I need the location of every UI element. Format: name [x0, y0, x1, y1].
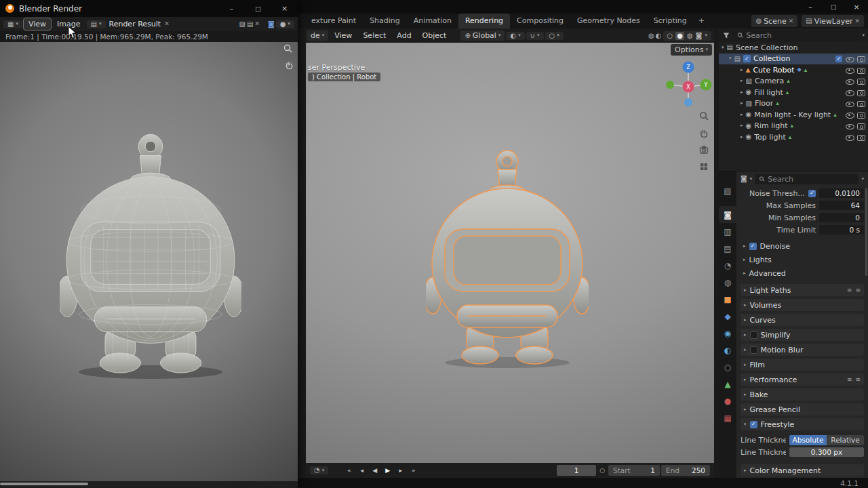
- presets-icon[interactable]: ≡: [847, 377, 852, 383]
- 3d-viewport[interactable]: Options ▾ ser Perspective ) Collection |…: [306, 43, 714, 463]
- hide-eye-icon[interactable]: [845, 77, 854, 85]
- expand-icon[interactable]: ▸: [741, 79, 743, 83]
- hide-eye-icon[interactable]: [845, 110, 854, 119]
- film-panel[interactable]: ▸ Film: [741, 359, 864, 371]
- extras-icon[interactable]: ≡: [855, 377, 861, 383]
- properties-search-input[interactable]: [768, 175, 854, 184]
- outliner-item-rim-light[interactable]: ▸ ◉ Rim light ▴: [719, 121, 868, 132]
- hide-eye-icon[interactable]: [845, 54, 854, 63]
- motion-blur-checkbox[interactable]: ✓: [750, 346, 757, 354]
- hide-eye-icon[interactable]: [845, 99, 854, 108]
- hide-eye-icon[interactable]: [845, 66, 854, 75]
- relative-button[interactable]: Relative: [827, 435, 864, 445]
- line-thickness-value[interactable]: 0.300 px: [789, 447, 864, 457]
- collection-selectable-checkbox[interactable]: ✓: [835, 56, 842, 62]
- freestyle-checkbox[interactable]: ✓: [750, 421, 757, 428]
- xray-toggle[interactable]: ◐: [656, 33, 662, 39]
- expand-icon[interactable]: ▾: [722, 45, 724, 50]
- minimize-button[interactable]: –: [218, 0, 245, 17]
- robot-model[interactable]: [426, 148, 589, 371]
- workspace-tab-animation[interactable]: Animation: [407, 14, 458, 28]
- workspace-tab-geometry-nodes[interactable]: Geometry Nodes: [570, 14, 647, 28]
- view-settings-dropdown[interactable]: ● ▾: [276, 20, 294, 28]
- properties-search[interactable]: [755, 174, 859, 184]
- expand-icon[interactable]: ▸: [741, 123, 743, 128]
- close-button[interactable]: ×: [845, 0, 868, 14]
- properties-scrollbar[interactable]: [865, 188, 867, 276]
- pivot-point-dropdown[interactable]: ◐ ▾: [506, 32, 524, 40]
- shading-material-button[interactable]: ◍: [687, 33, 693, 39]
- menu-view[interactable]: View: [330, 30, 357, 41]
- presets-icon[interactable]: ≡: [847, 287, 852, 293]
- particles-properties-tab[interactable]: ◉: [719, 325, 736, 342]
- disable-render-camera-icon[interactable]: [856, 99, 865, 108]
- open-image-icon[interactable]: ▤: [247, 21, 253, 28]
- unlink-scene-icon[interactable]: ✕: [789, 18, 794, 24]
- simplify-panel[interactable]: ▸ ✓ Simplify: [741, 329, 864, 341]
- image-datablock-name[interactable]: Render Result: [109, 20, 161, 28]
- maximize-button[interactable]: □: [822, 0, 845, 14]
- outliner-item-scene-collection[interactable]: ▾ ▤ Scene Collection: [719, 42, 868, 54]
- lights-subsection[interactable]: ▸ Lights: [741, 254, 864, 265]
- texture-properties-tab[interactable]: ▦: [719, 409, 736, 426]
- close-button[interactable]: ×: [271, 0, 298, 17]
- filter-funnel-icon[interactable]: [722, 31, 730, 39]
- field-value[interactable]: 0.0100: [819, 188, 864, 198]
- shading-wireframe-button[interactable]: ○: [667, 33, 673, 39]
- minimize-button[interactable]: –: [799, 0, 822, 14]
- disable-render-camera-icon[interactable]: [856, 66, 865, 75]
- new-image-icon[interactable]: ▨: [239, 21, 245, 28]
- outliner-item-top-light[interactable]: ▸ ◉ Top light ▴: [719, 131, 868, 143]
- disable-render-camera-icon[interactable]: [856, 133, 865, 142]
- hide-eye-icon[interactable]: [845, 88, 854, 97]
- motion-blur-panel[interactable]: ▸ ✓ Motion Blur: [741, 344, 864, 356]
- output-properties-tab[interactable]: ▥: [719, 223, 736, 240]
- volumes-panel[interactable]: ▸ Volumes: [741, 299, 864, 311]
- workspace-tab-rendering[interactable]: Rendering: [458, 14, 510, 28]
- extras-icon[interactable]: ≡: [855, 287, 861, 293]
- mode-dropdown[interactable]: de ▾: [307, 30, 328, 41]
- color-management-panel[interactable]: ▸ Color Management: [741, 464, 864, 476]
- zoom-icon[interactable]: [698, 110, 709, 121]
- material-properties-tab[interactable]: ●: [719, 392, 736, 409]
- outliner-item-cute-robot[interactable]: ▸ ▲ Cute Robot ◆ ▴: [719, 64, 868, 76]
- physics-properties-tab[interactable]: ◐: [719, 342, 736, 359]
- shading-rendered-button[interactable]: ◙: [696, 33, 703, 39]
- proportional-editing-dropdown[interactable]: ○ ▾: [545, 32, 564, 40]
- denoise-checkbox[interactable]: ✓: [749, 243, 757, 250]
- add-workspace-button[interactable]: +: [694, 14, 709, 28]
- transform-orientation-dropdown[interactable]: ⊕ Global ▾: [460, 30, 505, 41]
- viewlayer-selector[interactable]: ▤ ViewLayer ✕: [802, 15, 864, 27]
- outliner-item-collection[interactable]: ▾ ▤ ✓ Collection ✓: [719, 54, 868, 65]
- noise-threshold-checkbox[interactable]: ✓: [808, 190, 816, 197]
- render-result-image[interactable]: [0, 42, 298, 481]
- freestyle-panel[interactable]: ▾ ✓ Freestyle: [741, 418, 864, 430]
- performance-panel[interactable]: ▸ Performance ≡ ≡: [741, 373, 864, 386]
- navigation-gizmo[interactable]: Z Y X: [660, 54, 714, 110]
- disable-render-camera-icon[interactable]: [856, 110, 865, 119]
- disable-render-camera-icon[interactable]: [856, 54, 865, 63]
- auto-keying-icon[interactable]: ○: [599, 468, 605, 474]
- grease-pencil-panel[interactable]: ▸ Grease Pencil: [741, 403, 864, 415]
- disable-render-camera-icon[interactable]: [856, 77, 865, 85]
- disable-render-camera-icon[interactable]: [856, 121, 865, 130]
- snap-dropdown[interactable]: ∪ ▾: [526, 32, 544, 40]
- absolute-button[interactable]: Absolute: [789, 435, 827, 445]
- play-button[interactable]: ▶: [382, 465, 393, 476]
- collection-exclude-checkbox[interactable]: ✓: [743, 55, 751, 62]
- jump-to-end-button[interactable]: »: [408, 465, 419, 476]
- expand-icon[interactable]: ▸: [741, 113, 743, 117]
- scene-properties-tab[interactable]: ◔: [719, 257, 736, 274]
- outliner-item-fill-light[interactable]: ▸ ◉ Fill light ▴: [719, 87, 868, 98]
- show-overlays-toggle[interactable]: ◍: [648, 33, 654, 39]
- disable-render-camera-icon[interactable]: [856, 88, 865, 97]
- frame-end-field[interactable]: End 250: [661, 465, 710, 476]
- field-value[interactable]: 64: [819, 201, 864, 210]
- menu-view[interactable]: View: [24, 18, 51, 30]
- object-properties-tab[interactable]: ■: [719, 291, 736, 308]
- workspace-tab-shading[interactable]: Shading: [363, 14, 407, 28]
- bake-panel[interactable]: ▸ Bake: [741, 388, 864, 401]
- render-window-titlebar[interactable]: Blender Render – □ ×: [0, 0, 298, 17]
- outliner-item-floor[interactable]: ▸ ▨ Floor ▴: [719, 98, 868, 110]
- expand-icon[interactable]: ▸: [741, 68, 743, 73]
